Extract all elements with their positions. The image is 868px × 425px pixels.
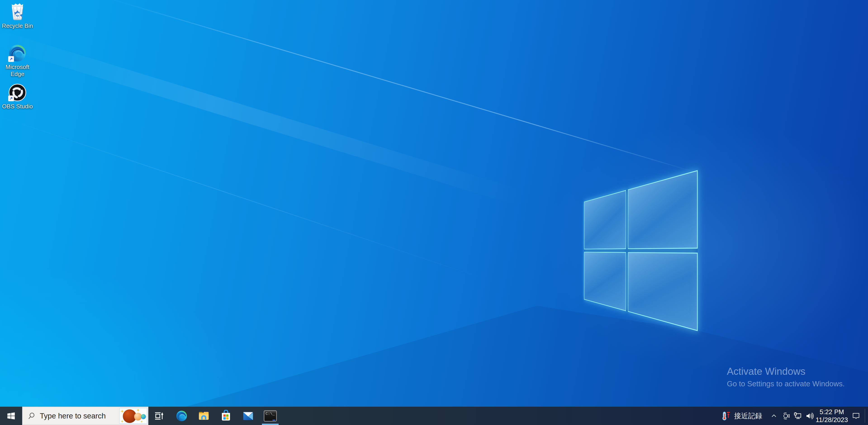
start-button[interactable] bbox=[0, 407, 22, 425]
desktop-icon-obs-studio[interactable]: OBS Studio bbox=[1, 83, 34, 110]
taskbar-edge-button[interactable] bbox=[170, 407, 193, 425]
task-view-button[interactable] bbox=[148, 407, 170, 425]
search-placeholder: Type here to search bbox=[40, 412, 106, 420]
tray-network-button[interactable] bbox=[792, 407, 804, 425]
chevron-up-icon bbox=[771, 413, 777, 419]
shortcut-arrow-icon bbox=[8, 95, 14, 101]
clock-time: 5:22 PM bbox=[819, 408, 844, 416]
windows-logo-pane bbox=[584, 252, 626, 311]
wallpaper-floor-shadow bbox=[0, 0, 868, 425]
action-center-button[interactable] bbox=[848, 407, 864, 425]
clock-date: 11/28/2023 bbox=[816, 416, 848, 424]
light-beam bbox=[0, 27, 551, 215]
taskbar-mail-button[interactable] bbox=[237, 407, 259, 425]
sparkle-icon bbox=[141, 421, 143, 423]
thermometer-icon bbox=[721, 411, 731, 421]
sparkle-icon bbox=[136, 409, 140, 412]
taskbar-command-prompt-button[interactable]: C:\_ bbox=[259, 407, 281, 425]
desktop: Recycle Bin Microsoft Edge bbox=[0, 0, 868, 425]
desktop-icon-label: OBS Studio bbox=[1, 103, 34, 110]
sparkle-icon bbox=[121, 409, 124, 413]
search-icon bbox=[28, 412, 36, 420]
shortcut-arrow-icon bbox=[8, 56, 14, 62]
taskbar-file-explorer-button[interactable] bbox=[193, 407, 215, 425]
windows-start-icon bbox=[6, 412, 16, 421]
file-explorer-icon bbox=[198, 410, 210, 422]
activation-watermark: Activate Windows Go to Settings to activ… bbox=[727, 366, 845, 389]
task-view-icon bbox=[154, 410, 165, 422]
tray-meet-now-button[interactable] bbox=[780, 407, 792, 425]
wallpaper-windows-logo bbox=[460, 170, 698, 331]
command-prompt-icon-accent bbox=[273, 420, 275, 421]
planet-small-icon bbox=[134, 413, 142, 421]
desktop-icon-label: Microsoft Edge bbox=[1, 64, 34, 78]
watermark-title: Activate Windows bbox=[727, 366, 845, 377]
earth-icon bbox=[141, 414, 146, 419]
news-widget-label: 接近記録 bbox=[734, 411, 762, 421]
network-icon bbox=[794, 412, 802, 421]
light-beam bbox=[106, 0, 699, 174]
volume-icon bbox=[805, 412, 814, 421]
command-prompt-icon-text: C:\_ bbox=[266, 412, 275, 416]
windows-logo-pane bbox=[584, 190, 626, 249]
desktop-icon-microsoft-edge[interactable]: Microsoft Edge bbox=[1, 44, 34, 78]
windows-logo-pane bbox=[628, 252, 698, 331]
microsoft-store-icon bbox=[220, 410, 232, 422]
running-indicator bbox=[262, 424, 279, 425]
command-prompt-icon: C:\_ bbox=[264, 410, 277, 422]
light-beam bbox=[0, 115, 489, 281]
taskbar-search[interactable]: Type here to search bbox=[22, 407, 148, 425]
tray-volume-button[interactable] bbox=[804, 407, 815, 425]
edge-icon bbox=[8, 44, 27, 62]
action-center-icon bbox=[852, 412, 860, 420]
watermark-subtitle: Go to Settings to activate Windows. bbox=[727, 379, 845, 389]
desktop-icon-label: Recycle Bin bbox=[1, 22, 34, 29]
taskbar-store-button[interactable] bbox=[215, 407, 237, 425]
news-and-interests-widget[interactable]: 接近記録 bbox=[719, 407, 767, 425]
taskbar: Type here to search bbox=[0, 407, 868, 425]
taskbar-clock[interactable]: 5:22 PM 11/28/2023 bbox=[815, 407, 848, 425]
meet-now-icon bbox=[782, 412, 790, 420]
sparkle-icon bbox=[121, 420, 123, 423]
desktop-icon-recycle-bin[interactable]: Recycle Bin bbox=[1, 3, 34, 29]
tray-show-hidden-icons-button[interactable] bbox=[768, 407, 780, 425]
obs-studio-icon bbox=[8, 83, 27, 102]
edge-icon bbox=[176, 410, 187, 422]
show-desktop-button[interactable] bbox=[865, 407, 868, 425]
mail-icon bbox=[242, 410, 254, 422]
search-daily-art[interactable] bbox=[119, 408, 147, 424]
windows-logo-pane bbox=[628, 170, 698, 249]
recycle-bin-icon bbox=[8, 3, 27, 21]
